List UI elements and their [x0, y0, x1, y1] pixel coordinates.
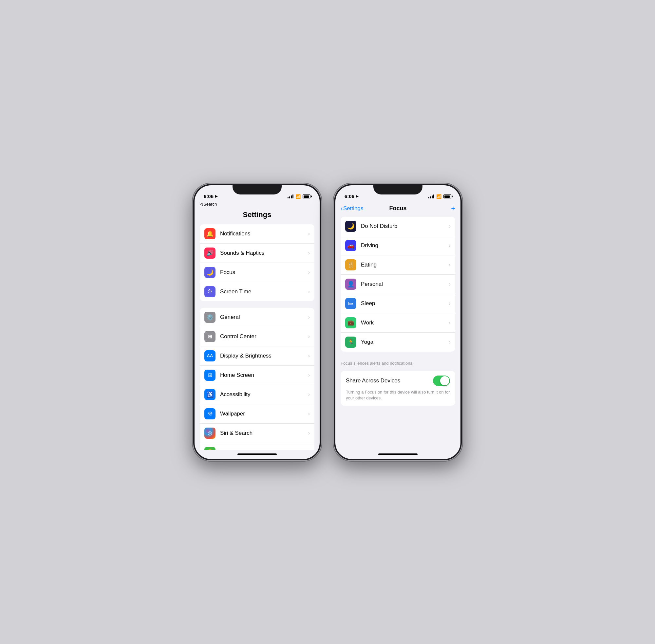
search-label: Search: [203, 202, 217, 207]
dnd-row[interactable]: 🌙 Do Not Disturb ›: [341, 217, 455, 236]
homescreen-chevron: ›: [308, 372, 310, 378]
page-title: Settings: [195, 208, 320, 224]
display-label: Display & Brightness: [220, 353, 308, 359]
focus-label: Focus: [220, 269, 308, 276]
focus-icon: 🌙: [204, 267, 216, 278]
accessibility-label: Accessibility: [220, 391, 308, 398]
general-row[interactable]: ⚙️ General ›: [200, 308, 314, 327]
notifications-row[interactable]: 🔔 Notifications ›: [200, 224, 314, 244]
yoga-row[interactable]: 🏃 Yoga ›: [341, 332, 455, 352]
eating-row[interactable]: 🍴 Eating ›: [341, 255, 455, 275]
sleep-label: Sleep: [361, 300, 449, 307]
wallpaper-chevron: ›: [308, 411, 310, 417]
yoga-label: Yoga: [361, 339, 449, 345]
location-icon: ▶: [215, 194, 218, 199]
display-icon: AA: [204, 350, 216, 362]
status-icons: 📶: [288, 194, 311, 199]
eating-chevron: ›: [449, 262, 451, 268]
wallpaper-label: Wallpaper: [220, 411, 308, 417]
siri-icon: ◎: [204, 428, 216, 439]
focus-header: ‹ Settings Focus +: [335, 202, 460, 217]
settings-group-1: 🔔 Notifications › 🔊 Sounds & Haptics › 🌙: [200, 224, 314, 301]
driving-row[interactable]: 🚗 Driving ›: [341, 236, 455, 255]
accessibility-row[interactable]: ♿ Accessibility ›: [200, 385, 314, 404]
personal-chevron: ›: [449, 281, 451, 287]
wallpaper-icon: ❊: [204, 408, 216, 419]
dnd-chevron: ›: [449, 223, 451, 229]
settings-group-2: ⚙️ General › ⊞ Control Center › AA: [200, 308, 314, 450]
accessibility-icon: ♿: [204, 389, 216, 400]
homescreen-row[interactable]: ⊞ Home Screen ›: [200, 366, 314, 385]
settings-page-content: Settings 🔔 Notifications › 🔊 Sounds & Ha…: [195, 208, 320, 450]
screentime-row[interactable]: ⏱ Screen Time ›: [200, 282, 314, 301]
focus-row[interactable]: 🌙 Focus ›: [200, 263, 314, 282]
status-time-2: 6:06 ▶: [344, 193, 358, 199]
home-bar-2: [378, 454, 417, 455]
battery-icon: [302, 194, 311, 199]
wallpaper-row[interactable]: ❊ Wallpaper ›: [200, 404, 314, 424]
screentime-icon: ⏱: [204, 286, 216, 297]
driving-icon: 🚗: [345, 240, 356, 251]
share-section: Share Across Devices Turning a Focus on …: [341, 371, 455, 406]
share-row: Share Across Devices: [346, 375, 450, 386]
personal-row[interactable]: 👤 Personal ›: [341, 275, 455, 294]
back-button[interactable]: ‹ Settings: [341, 205, 363, 212]
focus-page-title: Focus: [389, 205, 406, 212]
work-chevron: ›: [449, 320, 451, 326]
sleep-chevron: ›: [449, 301, 451, 306]
general-label: General: [220, 314, 308, 321]
add-button[interactable]: +: [451, 204, 455, 213]
notch: [232, 184, 281, 194]
notifications-chevron: ›: [308, 231, 310, 237]
screentime-chevron: ›: [308, 289, 310, 295]
display-chevron: ›: [308, 353, 310, 359]
focus-chevron: ›: [308, 270, 310, 275]
focus-page-content: 🌙 Do Not Disturb › 🚗 Driving › 🍴: [335, 217, 460, 450]
screentime-label: Screen Time: [220, 289, 308, 295]
driving-label: Driving: [361, 242, 449, 249]
sleep-row[interactable]: 🛏 Sleep ›: [341, 294, 455, 313]
phone-settings: 6:06 ▶ 📶 ◁ Search Settings: [193, 184, 321, 460]
accessibility-chevron: ›: [308, 392, 310, 397]
work-row[interactable]: 💼 Work ›: [341, 313, 455, 332]
time-text-2: 6:06: [344, 193, 354, 199]
sounds-chevron: ›: [308, 250, 310, 256]
back-arrow-icon: ◁: [200, 202, 203, 206]
phone-focus: 6:06 ▶ 📶 ‹ Settings Focus +: [334, 184, 462, 460]
battery-icon-2: [444, 194, 451, 199]
toggle-knob: [440, 376, 449, 385]
personal-label: Personal: [361, 281, 449, 288]
sounds-row[interactable]: 🔊 Sounds & Haptics ›: [200, 244, 314, 263]
focus-subtitle: Focus silences alerts and notifications.: [335, 358, 460, 371]
homescreen-label: Home Screen: [220, 372, 308, 378]
faceid-row[interactable]: 😊 Face ID & Passcode ›: [200, 443, 314, 450]
yoga-icon: 🏃: [345, 337, 356, 348]
display-row[interactable]: AA Display & Brightness ›: [200, 346, 314, 366]
controlcenter-row[interactable]: ⊞ Control Center ›: [200, 327, 314, 346]
eating-icon: 🍴: [345, 259, 356, 271]
location-icon-2: ▶: [356, 194, 358, 199]
siri-label: Siri & Search: [220, 430, 308, 436]
signal-icon-2: [428, 194, 434, 199]
status-time: 6:06 ▶: [204, 193, 218, 199]
sounds-label: Sounds & Haptics: [220, 250, 308, 256]
controlcenter-icon: ⊞: [204, 331, 216, 342]
sleep-icon: 🛏: [345, 298, 356, 309]
focus-items-group: 🌙 Do Not Disturb › 🚗 Driving › 🍴: [341, 217, 455, 352]
wifi-icon: 📶: [295, 194, 301, 199]
faceid-icon: 😊: [204, 447, 216, 450]
yoga-chevron: ›: [449, 339, 451, 345]
general-chevron: ›: [308, 314, 310, 320]
search-nav: ◁ Search: [195, 202, 320, 208]
eating-label: Eating: [361, 261, 449, 268]
work-icon: 💼: [345, 317, 356, 328]
notifications-icon: 🔔: [204, 228, 216, 239]
work-label: Work: [361, 320, 449, 326]
home-indicator-2: [335, 450, 460, 459]
share-toggle[interactable]: [433, 375, 450, 386]
general-icon: ⚙️: [204, 312, 216, 323]
siri-row[interactable]: ◎ Siri & Search ›: [200, 424, 314, 443]
controlcenter-label: Control Center: [220, 333, 308, 340]
controlcenter-chevron: ›: [308, 334, 310, 340]
driving-chevron: ›: [449, 243, 451, 249]
